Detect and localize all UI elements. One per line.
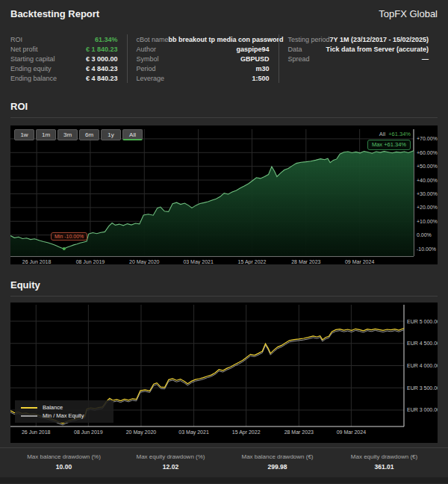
stat-label: Testing period bbox=[288, 36, 330, 43]
stat-label: ROI bbox=[10, 36, 22, 43]
stat-value: m30 bbox=[256, 65, 270, 72]
stat-value: — bbox=[422, 55, 429, 63]
svg-text:EUR 4 500.00: EUR 4 500.00 bbox=[407, 341, 438, 346]
svg-text:15 Apr 2022: 15 Apr 2022 bbox=[238, 259, 267, 264]
stat-label: Ending balance bbox=[10, 75, 57, 82]
svg-text:26 Jun 2018: 26 Jun 2018 bbox=[22, 259, 52, 264]
svg-text:20 May 2020: 20 May 2020 bbox=[129, 259, 160, 264]
summary-column-bot: cBot namebb breakout tp media con passwo… bbox=[127, 34, 279, 83]
svg-text:09 Mar 2024: 09 Mar 2024 bbox=[345, 259, 374, 264]
svg-text:15 Apr 2022: 15 Apr 2022 bbox=[232, 429, 261, 435]
svg-text:03 May 2021: 03 May 2021 bbox=[183, 259, 214, 264]
stat-value: € 4 840.23 bbox=[86, 75, 118, 82]
roi-max-badge: Max +61.34% bbox=[367, 140, 411, 150]
drawdown-label: Max balance drawdown (%) bbox=[10, 453, 117, 460]
range-button-1m[interactable]: 1m bbox=[36, 129, 56, 140]
stat-value: 7Y 1M (23/12/2017 - 15/02/2025) bbox=[330, 36, 429, 43]
drawdown-label: Max equity drawdown (%) bbox=[117, 453, 224, 460]
stat-label: Net profit bbox=[10, 46, 38, 53]
range-button-all[interactable]: All bbox=[122, 129, 143, 140]
svg-text:EUR 3 000.00: EUR 3 000.00 bbox=[407, 407, 438, 412]
svg-text:26 Jun 2018: 26 Jun 2018 bbox=[22, 429, 51, 435]
stat-label: Data bbox=[288, 46, 302, 53]
range-button-6m[interactable]: 6m bbox=[79, 129, 99, 140]
summary-column-testing: Testing period7Y 1M (23/12/2017 - 15/02/… bbox=[279, 34, 438, 83]
svg-text:08 Jun 2019: 08 Jun 2019 bbox=[76, 259, 105, 264]
roi-chart: +70.00%+60.00%+50.00%+40.00%+30.00%+20.0… bbox=[10, 125, 438, 264]
stat-row: SymbolGBPUSD bbox=[137, 54, 270, 63]
svg-text:-10.00%: -10.00% bbox=[417, 246, 436, 252]
range-button-1y[interactable]: 1y bbox=[101, 129, 121, 140]
svg-text:03 May 2021: 03 May 2021 bbox=[178, 429, 209, 435]
drawdown-value: 10.00 bbox=[10, 463, 117, 471]
stat-row: Spread— bbox=[288, 54, 429, 63]
drawdown-stat: Max equity drawdown (%)12.02 bbox=[117, 453, 224, 471]
stat-value: € 1 840.23 bbox=[86, 46, 118, 53]
svg-text:09 Mar 2024: 09 Mar 2024 bbox=[337, 429, 366, 435]
roi-section-title: ROI bbox=[10, 101, 438, 118]
stat-label: Spread bbox=[288, 55, 310, 63]
stat-row: Periodm30 bbox=[137, 63, 270, 73]
legend-item[interactable]: Min / Max Equity bbox=[21, 412, 108, 420]
svg-text:+50.00%: +50.00% bbox=[417, 164, 438, 169]
drawdown-value: 299.98 bbox=[224, 463, 331, 471]
svg-text:EUR 5 000.00: EUR 5 000.00 bbox=[407, 319, 438, 324]
drawdown-stats: Max balance drawdown (%)10.00Max equity … bbox=[0, 447, 448, 474]
svg-text:+70.00%: +70.00% bbox=[417, 136, 438, 141]
legend-label: Balance bbox=[43, 404, 63, 411]
drawdown-value: 12.02 bbox=[117, 463, 224, 471]
stat-row: Ending balance€ 4 840.23 bbox=[10, 73, 118, 83]
stat-value: € 3 000.00 bbox=[86, 55, 118, 63]
stat-value: bb breakout tp media con password bbox=[169, 36, 284, 43]
bottom-band bbox=[0, 477, 448, 483]
roi-all-value: +61.34% bbox=[388, 131, 411, 137]
stat-label: Symbol bbox=[137, 55, 159, 63]
svg-text:+30.00%: +30.00% bbox=[417, 191, 438, 196]
stat-value: € 4 840.23 bbox=[86, 65, 118, 72]
range-button-1w[interactable]: 1w bbox=[14, 129, 34, 140]
drawdown-label: Max balance drawdown (€) bbox=[224, 453, 331, 460]
svg-text:EUR 4 000.00: EUR 4 000.00 bbox=[407, 363, 438, 368]
legend-swatch bbox=[21, 407, 37, 409]
page-title: Backtesting Report bbox=[10, 8, 99, 19]
svg-text:20 May 2020: 20 May 2020 bbox=[126, 429, 157, 435]
broker-brand: TopFX Global bbox=[379, 8, 438, 19]
legend-label: Min / Max Equity bbox=[43, 412, 84, 419]
equity-section-title: Equity bbox=[10, 279, 438, 297]
stat-value: GBPUSD bbox=[240, 55, 270, 63]
svg-text:08 Jun 2019: 08 Jun 2019 bbox=[74, 429, 103, 435]
drawdown-stat: Max balance drawdown (%)10.00 bbox=[10, 453, 117, 471]
stat-row: cBot namebb breakout tp media con passwo… bbox=[137, 34, 270, 44]
stat-label: Period bbox=[137, 65, 156, 72]
roi-all-label: All bbox=[379, 131, 385, 137]
report-header: Backtesting Report TopFX Global bbox=[0, 0, 448, 27]
stat-row: Starting capital€ 3 000.00 bbox=[10, 54, 118, 63]
svg-text:+10.00%: +10.00% bbox=[417, 219, 438, 224]
stat-label: cBot name bbox=[137, 36, 169, 43]
svg-text:+20.00%: +20.00% bbox=[417, 205, 438, 210]
stat-row: Testing period7Y 1M (23/12/2017 - 15/02/… bbox=[288, 34, 429, 44]
legend-swatch bbox=[21, 415, 37, 417]
drawdown-stat: Max equity drawdown (€)361.01 bbox=[331, 453, 438, 471]
range-button-3m[interactable]: 3m bbox=[57, 129, 78, 140]
roi-min-badge: Min -10.00% bbox=[51, 232, 87, 241]
svg-text:+60.00%: +60.00% bbox=[417, 150, 438, 155]
stat-row: DataTick data from Server (accurate) bbox=[288, 44, 429, 54]
stat-row: Authorgaspipe94 bbox=[137, 44, 270, 54]
svg-text:28 Mar 2023: 28 Mar 2023 bbox=[291, 259, 320, 264]
drawdown-stat: Max balance drawdown (€)299.98 bbox=[224, 453, 331, 471]
summary-column-results: ROI61.34%Net profit€ 1 840.23Starting ca… bbox=[10, 34, 127, 83]
stat-label: Ending equity bbox=[10, 65, 52, 72]
roi-all-summary: All+61.34% bbox=[379, 131, 411, 137]
svg-text:EUR 3 500.00: EUR 3 500.00 bbox=[407, 385, 438, 391]
legend-item[interactable]: Balance bbox=[21, 403, 108, 412]
svg-text:0.00%: 0.00% bbox=[417, 232, 432, 238]
stat-value: 61.34% bbox=[95, 36, 118, 43]
svg-text:+40.00%: +40.00% bbox=[417, 178, 438, 183]
equity-legend: BalanceMin / Max Equity bbox=[15, 400, 113, 423]
stat-label: Author bbox=[137, 46, 157, 53]
stat-row: Leverage1:500 bbox=[137, 73, 270, 83]
stat-value: gaspipe94 bbox=[236, 46, 269, 53]
roi-range-buttons: 1w1m3m6m1yAll bbox=[14, 129, 143, 140]
stat-row: Net profit€ 1 840.23 bbox=[10, 44, 118, 54]
